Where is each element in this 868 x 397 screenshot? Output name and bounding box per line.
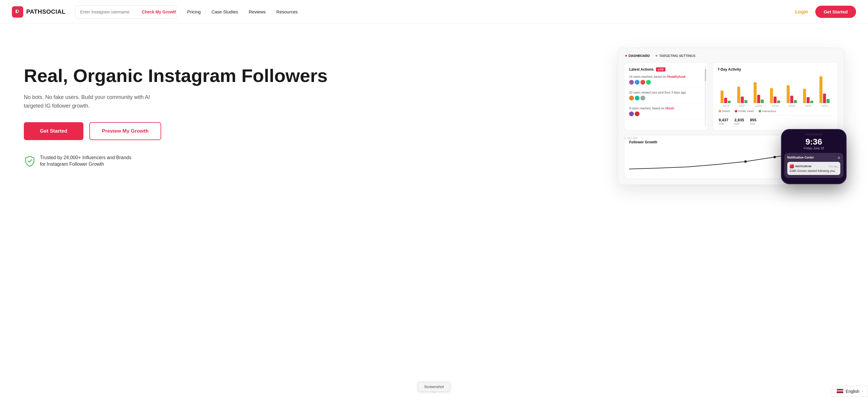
follower-growth-title: Follower Growth (629, 140, 657, 144)
login-button[interactable]: Login (795, 9, 808, 15)
stat-reach-label: total (719, 122, 728, 125)
notification-center: Notification Center ✕ INSTAGRAM 10m ago … (784, 153, 843, 178)
chart-stats: 9,437 total 2,835 total 855 total (719, 115, 832, 125)
flag-icon (837, 389, 843, 394)
bar-reach-1222 (819, 76, 823, 103)
stat-profile-val: 2,835 (734, 118, 744, 122)
avatar-row-1 (629, 80, 703, 85)
bar-interact-1219 (777, 101, 780, 103)
legend-profile-dot (735, 110, 737, 112)
follower-growth-panel: Follower Growth Period Daily 1,363,900 (624, 135, 838, 178)
live-badge: LIVE (656, 67, 665, 72)
bar-profiles-1221 (807, 97, 810, 103)
hero-title: Real, Organic Instagram Followers (24, 65, 393, 86)
bar-reach-1218 (754, 82, 756, 103)
nav-resources[interactable]: Resources (276, 9, 298, 14)
check-growth-button[interactable]: Check My Growth (137, 6, 176, 18)
latest-actions-title: Latest Actions LIVE (629, 67, 703, 72)
header-get-started-button[interactable]: Get Started (815, 6, 856, 18)
hero-left: Real, Organic Instagram Followers No bot… (24, 48, 393, 168)
hero-buttons: Get Started Preview My Growth (24, 122, 393, 140)
legend-interact-dot (759, 110, 761, 112)
stat-interact-label: total (750, 122, 756, 125)
tab-dashboard[interactable]: DASHBOARD (625, 54, 650, 58)
tab-targeting[interactable]: TARGETING SETTINGS (656, 54, 695, 58)
logo[interactable]: PATHSOCIAL (12, 6, 65, 18)
instagram-icon (790, 164, 794, 168)
avatar-row-3 (629, 111, 703, 116)
bar-group-1222: 12/22 (818, 76, 832, 107)
bar-date-1222: 12/22 (821, 104, 828, 107)
username-search-form: Check My Growth (75, 5, 176, 19)
bar-date-1219: 12/19 (772, 104, 779, 107)
stat-reach: 9,437 total (719, 118, 728, 125)
bar-group-1218: 12/18 (751, 82, 766, 107)
bar-reach-1216 (720, 91, 723, 103)
username-input[interactable] (75, 6, 137, 18)
logo-text: PATHSOCIAL (26, 8, 65, 15)
dashboard-tabs: DASHBOARD TARGETING SETTINGS (624, 54, 838, 58)
nav-case-studies[interactable]: Case Studies (212, 9, 238, 14)
notif-item: INSTAGRAM 10m ago Edith Gomez started fo… (787, 162, 840, 175)
stat-interact: 855 total (750, 118, 756, 125)
svg-point-1 (774, 156, 776, 158)
avatar (635, 111, 640, 116)
chevron-right-icon: › (862, 389, 863, 393)
chart-legend: Reach Profile Views Interactions (719, 110, 832, 113)
avatar (641, 96, 645, 101)
nav-reviews[interactable]: Reviews (249, 9, 266, 14)
hero-get-started-button[interactable]: Get Started (24, 122, 84, 140)
hero-preview-button[interactable]: Preview My Growth (89, 122, 161, 140)
bar-interact-1220 (794, 100, 797, 103)
bar-group-1217: 12/17 (735, 87, 749, 107)
bar-profiles-1216 (724, 98, 727, 103)
scrollbar-thumb[interactable] (705, 69, 706, 81)
bar-date-1220: 12/20 (788, 104, 795, 107)
phone-notch (805, 134, 823, 135)
chart-area: 12/16 12/17 (718, 75, 833, 125)
pathsocial-logo-svg (14, 9, 21, 15)
bar-reach-1217 (737, 87, 740, 103)
bar-interact-1221 (810, 101, 813, 103)
avatar (635, 96, 640, 101)
hero-subtitle: No bots. No fake users. Build your commu… (24, 93, 167, 110)
bar-group-1219: 12/19 (768, 88, 782, 107)
chart-bars: 12/16 12/17 (719, 78, 832, 107)
stat-profile-label: total (734, 122, 744, 125)
bar-profiles-1217 (741, 96, 744, 103)
main-nav: Pricing Case Studies Reviews Resources (187, 9, 795, 14)
bar-date-1221: 12/21 (805, 104, 812, 107)
dashboard-top-panels: Latest Actions LIVE 14 users reached, ba… (624, 62, 838, 130)
avatar (629, 96, 634, 101)
bar-interact-1222 (827, 99, 830, 103)
phone-date: Friday, June 18 (784, 147, 843, 150)
action-item-1: 14 users reached, based on #healthyfood (629, 75, 703, 88)
legend-reach-dot (719, 110, 721, 112)
phone-time: 9:36 (784, 138, 843, 146)
latest-actions-panel: Latest Actions LIVE 14 users reached, ba… (624, 62, 708, 130)
bar-reach-1220 (787, 85, 790, 103)
logo-icon (12, 6, 23, 18)
trust-text: Trusted by 24,000+ Influencers and Brand… (40, 154, 135, 168)
seven-day-title: 7-Day Activity (718, 67, 833, 72)
svg-point-0 (744, 160, 747, 163)
dashboard-mockup: DASHBOARD TARGETING SETTINGS Latest Acti… (618, 48, 844, 185)
bar-interact-1217 (744, 100, 747, 103)
action-item-3: 9 users reached, based on #fresh (629, 107, 703, 119)
bar-date-1216: 12/16 (722, 104, 729, 107)
notif-text: Edith Gomez started following you. (790, 169, 838, 173)
action3-tag: #fresh (665, 107, 674, 110)
scrollbar-track[interactable] (705, 66, 706, 126)
legend-interactions: Interactions (759, 110, 776, 113)
bar-group-1216: 12/16 (719, 91, 733, 107)
stat-reach-val: 9,437 (719, 118, 728, 122)
bar-reach-1219 (770, 88, 773, 103)
nav-pricing[interactable]: Pricing (187, 9, 201, 14)
language-selector[interactable]: English › (832, 386, 868, 397)
notif-close-icon[interactable]: ✕ (837, 156, 840, 160)
screenshot-tooltip: Screenshot (418, 382, 450, 392)
bar-profiles-1222 (823, 93, 826, 103)
phone-mockup: 9:36 Friday, June 18 Notification Center… (781, 129, 846, 184)
notif-center-header: Notification Center ✕ (787, 156, 840, 160)
bar-interact-1216 (728, 101, 731, 103)
